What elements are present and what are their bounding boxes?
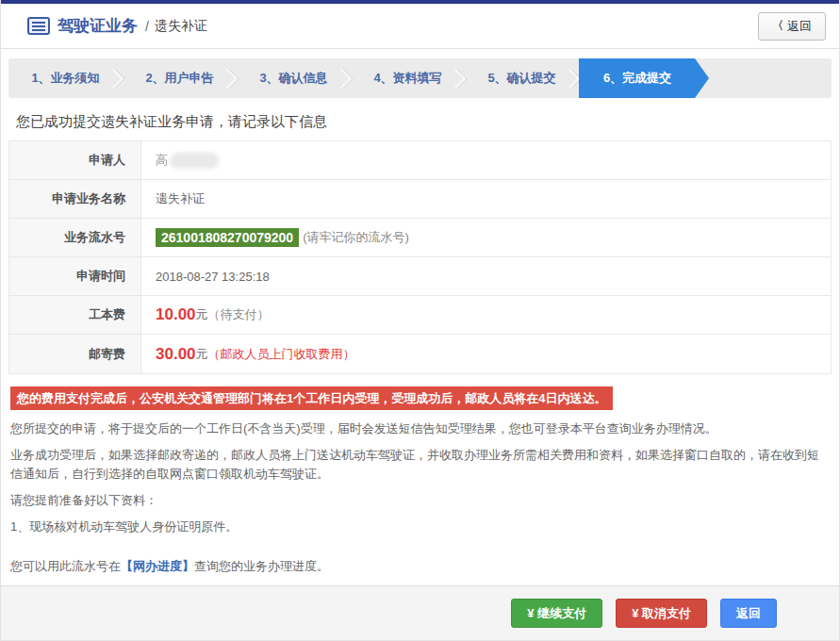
table-row-production-fee: 工本费 10.00 元 （待支付）: [9, 296, 831, 335]
page-header: 驾驶证业务 / 遗失补证 〈 返回: [1, 4, 839, 49]
row-label: 工本费: [9, 296, 141, 334]
applicant-name: 高: [156, 152, 168, 169]
chevron-left-icon: 〈: [772, 18, 783, 34]
step-2-user-declaration[interactable]: 2、用户申告: [123, 58, 237, 98]
row-label: 邮寄费: [9, 335, 141, 373]
row-value: 遗失补证: [141, 180, 831, 218]
postage-fee-note: （邮政人员上门收取费用）: [208, 346, 355, 363]
progress-line-prefix: 您可以用此流水号在: [10, 559, 121, 573]
breadcrumb-current: 遗失补证: [155, 18, 207, 35]
table-row-apply-time: 申请时间 2018-08-27 13:25:18: [9, 257, 831, 296]
serial-number-badge: 261001808270079200: [156, 228, 299, 247]
production-fee-note: （待支付）: [208, 306, 270, 323]
instruction-paragraph: 请您提前准备好以下资料：: [10, 491, 830, 510]
success-message: 您已成功提交遗失补证业务申请，请记录以下信息: [16, 113, 839, 131]
fee-unit: 元: [196, 346, 208, 363]
step-3-confirm-info[interactable]: 3、确认信息: [237, 58, 351, 98]
instruction-paragraph: 1、现场核对机动车驾驶人身份证明原件。: [10, 518, 830, 536]
progress-query-line: 您可以用此流水号在【网办进度】查询您的业务办理进度。: [10, 557, 830, 576]
row-value: 2018-08-27 13:25:18: [141, 257, 831, 295]
payment-alert-banner: 您的费用支付完成后，公安机关交通管理部门将在1个工作日内受理，受理成功后，邮政人…: [10, 386, 613, 410]
back-button-label: 返回: [787, 18, 812, 35]
step-4-fill-data[interactable]: 4、资料填写: [351, 58, 465, 98]
row-value: 30.00 元 （邮政人员上门收取费用）: [141, 335, 831, 373]
serial-number-note: (请牢记你的流水号): [303, 229, 409, 246]
redacted-name-blur: [170, 153, 219, 169]
cancel-payment-button[interactable]: ¥ 取消支付: [616, 599, 707, 628]
row-label: 申请人: [9, 141, 141, 179]
progress-line-suffix: 查询您的业务办理进度。: [194, 559, 329, 573]
fee-unit: 元: [196, 306, 208, 323]
row-value: 10.00 元 （待支付）: [141, 296, 831, 334]
row-label: 申请时间: [9, 257, 141, 295]
row-value: 高: [141, 141, 831, 179]
info-table: 申请人 高 申请业务名称 遗失补证 业务流水号 2610018082700792…: [8, 140, 832, 374]
step-6-complete-submit[interactable]: 6、完成提交: [579, 58, 709, 98]
table-row-serial-number: 业务流水号 261001808270079200 (请牢记你的流水号): [9, 219, 831, 257]
production-fee-amount: 10.00: [156, 305, 196, 324]
continue-payment-button[interactable]: ¥ 继续支付: [511, 599, 602, 628]
instruction-paragraph: 业务成功受理后，如果选择邮政寄递的，邮政人员将上门送达机动车驾驶证，并收取办理业…: [10, 446, 830, 484]
return-button[interactable]: 返回: [720, 599, 777, 628]
page: 驾驶证业务 / 遗失补证 〈 返回 1、业务须知 2、用户申告 3、确认信息 4…: [0, 0, 840, 641]
postage-fee-amount: 30.00: [156, 345, 196, 364]
breadcrumb-separator: /: [145, 19, 149, 34]
form-list-icon: [27, 17, 50, 35]
row-label: 业务流水号: [9, 219, 141, 256]
online-progress-link[interactable]: 【网办进度】: [121, 559, 194, 573]
table-row-applicant: 申请人 高: [9, 141, 831, 180]
step-1-business-notice[interactable]: 1、业务须知: [8, 58, 123, 98]
instruction-paragraph: 您所提交的申请，将于提交后的一个工作日(不含当天)受理，届时会发送短信告知受理结…: [10, 419, 830, 438]
row-value: 261001808270079200 (请牢记你的流水号): [141, 219, 831, 256]
table-row-business-name: 申请业务名称 遗失补证: [9, 180, 831, 219]
step-progress-bar: 1、业务须知 2、用户申告 3、确认信息 4、资料填写 5、确认提交 6、完成提…: [8, 58, 832, 98]
step-5-confirm-submit[interactable]: 5、确认提交: [465, 58, 579, 98]
table-row-postage-fee: 邮寄费 30.00 元 （邮政人员上门收取费用）: [9, 335, 831, 373]
back-button[interactable]: 〈 返回: [758, 12, 826, 41]
row-label: 申请业务名称: [9, 180, 141, 218]
breadcrumb-section: 驾驶证业务: [58, 15, 138, 37]
instructions: 您所提交的申请，将于提交后的一个工作日(不含当天)受理，届时会发送短信告知受理结…: [10, 419, 830, 576]
footer-action-bar: ¥ 继续支付 ¥ 取消支付 返回: [1, 585, 839, 640]
